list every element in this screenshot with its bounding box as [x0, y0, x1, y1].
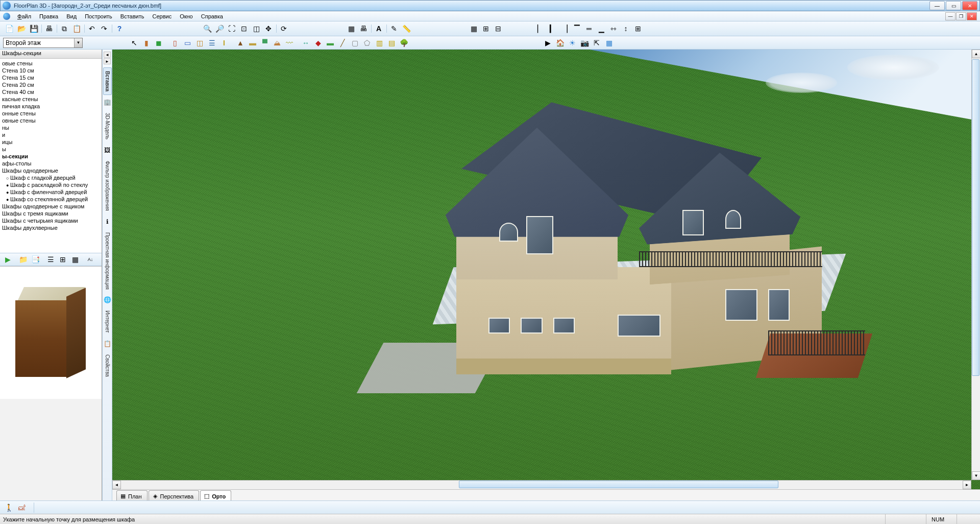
floor-select[interactable]: Второй этаж ▼	[3, 38, 83, 48]
menu-build[interactable]: Построить	[81, 12, 116, 20]
path-tool-button[interactable]: 〰	[284, 37, 295, 49]
scroll-thumb-h[interactable]	[459, 481, 779, 488]
lib-settings-button[interactable]: 📑	[30, 254, 41, 265]
line-tool2-button[interactable]: ╱	[337, 37, 348, 49]
ruler-tool-button[interactable]: 📏	[401, 23, 412, 34]
menu-help[interactable]: Справка	[197, 12, 227, 20]
line-tool-button[interactable]: ✎	[388, 23, 400, 34]
redo-button[interactable]: ↷	[99, 23, 110, 34]
viewport-scrollbar-v[interactable]: ▲ ▼	[971, 50, 980, 480]
menu-file[interactable]: Файл	[13, 12, 35, 20]
save-button[interactable]: 💾	[28, 23, 39, 34]
minimize-button[interactable]: —	[929, 1, 945, 10]
menu-edit[interactable]: Правка	[35, 12, 62, 20]
export-button[interactable]: ⇱	[591, 37, 602, 49]
lib-view3-button[interactable]: ▦	[69, 254, 81, 265]
lib-folder-button[interactable]: 📁	[17, 254, 29, 265]
list-item[interactable]: афы-столы	[0, 160, 102, 167]
fence2-tool-button[interactable]: ▤	[386, 37, 397, 49]
lib-sort-button[interactable]: A↓	[85, 254, 96, 265]
filter-icon[interactable]: 🖼	[103, 146, 111, 154]
wall-tool-button[interactable]: ▮	[141, 37, 152, 49]
walk-tool-button[interactable]: 🚶	[3, 502, 14, 513]
list-item[interactable]: Шкаф с филенчатой дверцей	[0, 188, 102, 196]
side-tab-insert[interactable]: Вставка	[103, 67, 112, 95]
maximize-button[interactable]: ▭	[946, 1, 961, 10]
polygon-tool-button[interactable]: ⬠	[361, 37, 373, 49]
list-item[interactable]: ицы	[0, 138, 102, 146]
house-button[interactable]: 🏠	[554, 37, 566, 49]
scroll-right-button[interactable]: ►	[963, 481, 971, 489]
zoom-fit-button[interactable]: ⊡	[238, 23, 250, 34]
side-tab-3dmodel[interactable]: 3D-Модель	[103, 109, 112, 143]
view-tab-ortho[interactable]: ⬚ Орто	[200, 490, 231, 501]
zoom-out-button[interactable]: 🔎	[214, 23, 225, 34]
area-tool-button[interactable]: ▬	[325, 37, 336, 49]
fence-tool-button[interactable]: ▥	[374, 37, 385, 49]
opening-tool-button[interactable]: ◫	[194, 37, 205, 49]
window-tool-button[interactable]: ▭	[182, 37, 193, 49]
align-left-button[interactable]: ▏	[534, 23, 546, 34]
ceiling-tool-button[interactable]: ▀	[259, 37, 271, 49]
mdi-restore-button[interactable]: ❐	[956, 12, 966, 20]
side-tab-filter[interactable]: Фильтр изображения	[103, 157, 112, 215]
view-tab-perspective[interactable]: ◈ Перспектива	[149, 490, 200, 501]
side-scroll-right[interactable]: ►	[104, 58, 111, 64]
new-file-button[interactable]: 📄	[4, 23, 15, 34]
close-button[interactable]: ✕	[962, 1, 977, 10]
floor-tool-button[interactable]: ▬	[247, 37, 258, 49]
view-tab-plan[interactable]: ▦ План	[116, 490, 148, 501]
zoom-window-button[interactable]: ⛶	[226, 23, 237, 34]
sheet-button[interactable]: ▦	[603, 37, 615, 49]
list-item[interactable]: и	[0, 131, 102, 138]
undo-button[interactable]: ↶	[86, 23, 97, 34]
list-item[interactable]: Шкафы с тремя ящиками	[0, 210, 102, 217]
align-bottom-button[interactable]: ▁	[596, 23, 607, 34]
print-layout-button[interactable]: 🖶	[358, 23, 369, 34]
zoom-in-button[interactable]: 🔍	[202, 23, 213, 34]
align-middle-button[interactable]: ═	[583, 23, 595, 34]
menu-insert[interactable]: Вставить	[116, 12, 149, 20]
render-button[interactable]: ▶	[542, 37, 553, 49]
doc-icon[interactable]	[3, 13, 10, 20]
column-tool-button[interactable]: I	[218, 37, 230, 49]
menu-view[interactable]: Вид	[62, 12, 81, 20]
list-item[interactable]: Стена 10 см	[0, 67, 102, 74]
scroll-left-button[interactable]: ◄	[112, 481, 121, 489]
list-item[interactable]: ы-секции	[0, 153, 102, 160]
list-item[interactable]: ны	[0, 124, 102, 131]
list-item[interactable]: овные стены	[0, 117, 102, 124]
grid-button[interactable]: ▦	[468, 23, 479, 34]
room-tool-button[interactable]: ◼	[153, 37, 164, 49]
sun-button[interactable]: ☀	[567, 37, 578, 49]
mdi-close-button[interactable]: ✕	[967, 12, 977, 20]
side-tab-project-info[interactable]: Проектная информация	[103, 229, 112, 293]
properties-icon[interactable]: 📋	[103, 340, 111, 348]
list-item[interactable]: Шкафы однодверные	[0, 167, 102, 174]
rect-tool-button[interactable]: ▢	[349, 37, 360, 49]
list-item[interactable]: касные стены	[0, 96, 102, 103]
text-tool-button[interactable]: A	[373, 23, 384, 34]
distribute-h-button[interactable]: ⇿	[608, 23, 619, 34]
furniture-tool-button[interactable]: 🛋	[16, 502, 28, 513]
print-button[interactable]: 🖶	[43, 23, 55, 34]
list-item[interactable]: онные стены	[0, 110, 102, 117]
list-item[interactable]: овые стены	[0, 60, 102, 67]
list-item[interactable]: Шкаф с гладкой дверцей	[0, 174, 102, 181]
snap-button[interactable]: ⊞	[480, 23, 492, 34]
side-scroll-left[interactable]: ◄	[104, 52, 111, 58]
info-icon[interactable]: ℹ	[103, 218, 111, 226]
side-tab-internet[interactable]: Интернет	[103, 307, 112, 337]
list-item[interactable]: Шкафы двухлверные	[0, 224, 102, 231]
align-center-button[interactable]: ▎	[547, 23, 558, 34]
help-button[interactable]: ?	[114, 23, 125, 34]
scroll-down-button[interactable]: ▼	[972, 471, 980, 480]
lib-view2-button[interactable]: ⊞	[57, 254, 68, 265]
model3d-icon[interactable]: 🏢	[103, 98, 111, 106]
list-item[interactable]: Стена 20 см	[0, 81, 102, 88]
dim-tool-button[interactable]: ↔	[300, 37, 311, 49]
terrain-tool-button[interactable]: ⛰	[272, 37, 283, 49]
roof-tool-button[interactable]: ▲	[235, 37, 246, 49]
ortho-snap-button[interactable]: ⊟	[493, 23, 504, 34]
3d-viewport[interactable]: ▲ ▼ ◄ ►	[112, 50, 980, 489]
